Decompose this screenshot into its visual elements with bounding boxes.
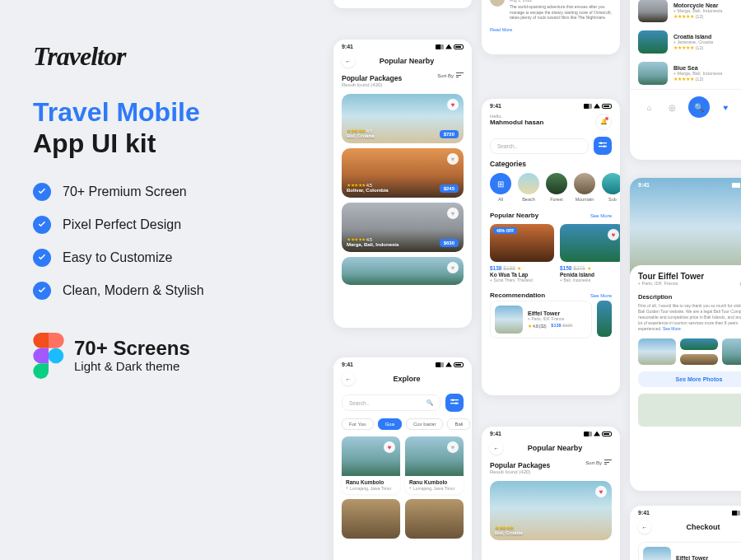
search-input[interactable]: Search.. <box>490 138 589 154</box>
recommendation-card[interactable]: Eiffel Tower ⌖ Paris, IDF, France ★ 4.8 … <box>490 301 592 338</box>
checkout-item-title: Eiffel Tower <box>676 555 741 560</box>
photo-thumb[interactable] <box>680 338 718 350</box>
package-card[interactable]: ♥ ★★★★★ 4.5Marga, Bali, Indonesia $630 <box>342 203 464 252</box>
pin-icon: ⌖ <box>673 40 676 44</box>
package-card[interactable]: ♥ <box>342 257 464 285</box>
battery-icon <box>602 104 612 109</box>
check-icon <box>33 216 51 234</box>
explore-card[interactable]: ♥ Ranu Kumbolo⌖Lumajang, Jawa Timur <box>405 436 464 494</box>
photo-thumb[interactable] <box>638 338 676 365</box>
nav-favorite-icon[interactable]: ♥ <box>720 100 733 114</box>
favorite-button[interactable]: ♥ <box>608 229 619 240</box>
card-title: Bol, Croatia <box>495 530 523 535</box>
feature-item: Pixel Perfect Design <box>33 216 305 234</box>
see-more-link[interactable]: See More <box>590 213 612 218</box>
filter-button[interactable] <box>445 394 464 412</box>
favorite-button[interactable]: ♥ <box>447 153 459 165</box>
explore-card[interactable]: ♥ Ranu Kumbolo⌖Lumajang, Jawa Timur <box>342 436 400 494</box>
map-preview[interactable] <box>638 394 741 427</box>
status-bar: 9:41 <box>482 427 620 438</box>
favorite-button[interactable]: ♥ <box>447 441 459 453</box>
rec-old-price: $199 <box>562 323 572 328</box>
feature-text: Pixel Perfect Design <box>63 217 181 232</box>
phone-review: Read More Farjana Islam★★★★★ Aug 1, 2022… <box>482 0 620 54</box>
chip[interactable]: For You <box>342 418 374 430</box>
list-image <box>638 62 668 85</box>
search-input[interactable]: Search..🔍 <box>342 394 440 411</box>
category-icon <box>602 173 620 194</box>
sort-by[interactable]: Sort By <box>585 460 612 465</box>
photo-thumb[interactable] <box>722 338 741 365</box>
favorite-button[interactable]: ♥ <box>447 262 459 273</box>
recommendation-card-peek[interactable] <box>597 301 612 337</box>
nearby-card[interactable]: ♥ $158 $276 ★ Penida Island ⌖ Bali, Indo… <box>560 224 620 283</box>
price-tag: $630 <box>440 239 459 247</box>
filter-button[interactable] <box>594 137 612 155</box>
see-more-link[interactable]: See More <box>590 293 612 298</box>
notification-button[interactable]: 🔔 <box>595 114 612 130</box>
see-more-photos-button[interactable]: See More Photos <box>638 371 741 387</box>
nav-home-icon[interactable]: ⌂ <box>643 100 656 114</box>
wifi-icon <box>445 44 452 49</box>
brand-logo: Traveltor <box>33 41 305 72</box>
pin-icon: ⌖ <box>560 278 562 282</box>
nearby-card[interactable]: 40% OFF $138 $199 ★ Ko Wua Ta Lap ⌖ Sura… <box>490 224 554 283</box>
rec-location: Paris, IDF, France <box>531 316 564 321</box>
read-more-link[interactable]: Read More <box>333 0 472 2</box>
back-button[interactable]: ← <box>342 372 355 385</box>
pin-icon: ⌖ <box>409 485 412 491</box>
checkout-item[interactable]: Eiffel Tower ⌖ Paris, IDF, France <box>638 542 741 560</box>
list-location: Marga, Bali, Indonesia <box>678 8 723 13</box>
result-count: Result found (420) <box>333 82 472 91</box>
list-item[interactable]: Motorcycle Near⌖ Marga, Bali, Indonesia★… <box>630 0 741 26</box>
package-card[interactable]: ♥ ★★★★★ 4.5Bolivar, Colombia $245 <box>342 148 464 198</box>
list-item[interactable]: Blue Sea⌖ Marga, Bali, Indonesia★★★★★ (1… <box>630 58 741 89</box>
signal-icon <box>732 511 740 516</box>
see-more-link[interactable]: See More <box>663 326 681 331</box>
nav-search-fab[interactable]: 🔍 <box>688 96 710 118</box>
categories-heading: Categories <box>482 158 620 168</box>
card-old-price: $276 <box>573 265 585 271</box>
back-button[interactable]: ← <box>342 54 355 68</box>
favorite-button[interactable]: ♥ <box>447 99 459 110</box>
photo-thumb[interactable] <box>680 354 718 366</box>
chip[interactable]: Cox bazar <box>406 418 443 430</box>
favorite-button[interactable]: ♥ <box>447 208 459 219</box>
category-item[interactable]: Forest <box>546 173 567 202</box>
signal-icon <box>436 362 444 367</box>
favorite-button[interactable]: ♥ <box>384 441 395 453</box>
sort-by[interactable]: Sort By <box>437 72 464 78</box>
back-button[interactable]: ← <box>490 441 503 455</box>
feature-item: Easy to Customize <box>33 249 305 267</box>
signal-icon <box>732 183 740 188</box>
category-item[interactable]: Sub <box>602 173 620 202</box>
review-text: The world-spanning adventure that ensues… <box>510 4 612 21</box>
category-icon <box>518 173 539 194</box>
category-item[interactable]: ⊞All <box>490 173 511 202</box>
favorite-button[interactable]: ♥ <box>595 486 607 497</box>
list-count: (12) <box>696 77 704 82</box>
package-card[interactable]: ♥ ★★★★★ 4.5Bol, Croatia $720 <box>342 94 464 143</box>
category-item[interactable]: Mountain <box>574 173 595 202</box>
card-price: $158 <box>560 265 571 271</box>
read-more-link[interactable]: Read More <box>482 24 620 35</box>
explore-card[interactable] <box>342 499 400 539</box>
explore-card[interactable] <box>405 499 464 539</box>
rec-rating: 4.8 (32) <box>533 324 547 329</box>
svg-rect-3 <box>450 403 459 404</box>
back-button[interactable]: ← <box>638 520 651 534</box>
package-card[interactable]: ♥ ★★★★★Bol, Croatia <box>490 481 612 540</box>
status-time: 9:41 <box>490 431 501 436</box>
nav-compass-icon[interactable]: ◎ <box>665 100 678 114</box>
card-location: Surat Thani, Thailand <box>493 278 533 282</box>
list-item[interactable]: Croatia Island⌖ Jezerane, Croatia★★★★★ (… <box>630 26 741 58</box>
pin-icon: ⌖ <box>638 281 641 286</box>
category-item[interactable]: Beach <box>518 173 539 202</box>
chip[interactable]: Bali <box>447 418 470 430</box>
discount-badge: 40% OFF <box>493 227 517 234</box>
battery-icon <box>454 362 464 367</box>
feature-text: 70+ Premium Screen <box>63 184 187 199</box>
screen-title: Explore <box>361 375 452 383</box>
chip-active[interactable]: Goa <box>378 418 402 430</box>
pin-icon: ⌖ <box>673 8 676 13</box>
